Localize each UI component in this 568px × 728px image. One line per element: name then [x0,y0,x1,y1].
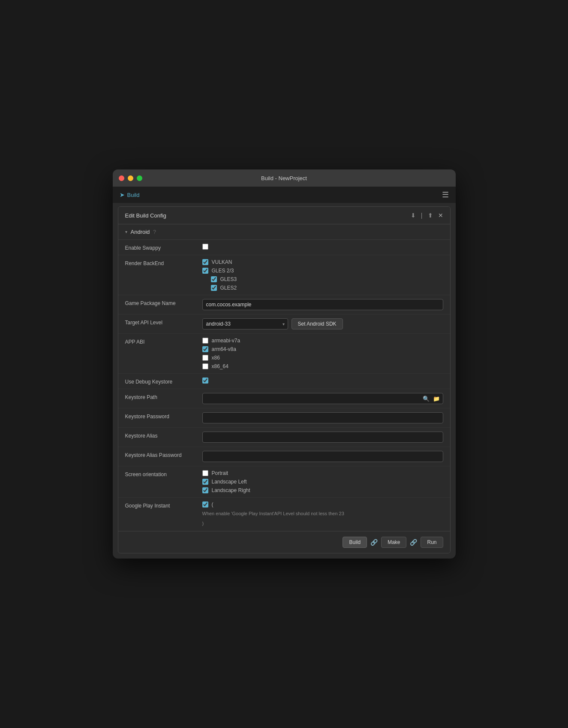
x86-64-checkbox[interactable] [202,363,208,369]
target-api-level-label: Target API Level [125,318,202,326]
export-icon[interactable]: ⬆ [428,212,433,219]
nav-build-label: Build [127,192,140,198]
x86-64-label: x86_64 [212,363,228,369]
traffic-lights [119,175,142,181]
gles23-label: GLES 2/3 [212,268,234,274]
x86-64-row: x86_64 [202,363,443,369]
build-button[interactable]: Build [343,537,367,548]
screen-orientation-label: Screen orientation [125,470,202,477]
game-package-name-input[interactable] [202,299,443,310]
target-api-level-control: android-33 android-32 android-31 android… [202,318,443,329]
keystore-password-row: Keystore Password [118,408,450,428]
keystore-alias-password-control [202,451,443,462]
keystore-path-wrapper: 🔍 📁 [202,393,443,404]
nav-menu-icon[interactable]: ☰ [442,190,449,199]
gles2-row: GLES2 [202,285,443,291]
google-play-instant-info-line2: ) [202,520,443,527]
android-chevron-icon[interactable]: ▾ [125,230,127,234]
landscape-right-label: Landscape Right [212,487,250,493]
game-package-name-row: Game Package Name [118,295,450,314]
use-debug-keystore-control [202,378,443,384]
arm64-v8a-row: arm64-v8a [202,346,443,352]
keystore-alias-control [202,432,443,443]
keystore-path-icons: 🔍 📁 [423,396,440,402]
make-button[interactable]: Make [381,537,406,548]
build-nav-icon: ➤ [120,191,125,198]
android-help-icon[interactable]: ? [153,229,156,235]
armeabi-v7a-label: armeabi-v7a [212,338,240,344]
nav-build-item[interactable]: ➤ Build [120,191,140,198]
armeabi-v7a-checkbox[interactable] [202,338,208,344]
keystore-alias-row: Keystore Alias [118,428,450,447]
use-debug-keystore-checkbox[interactable] [202,378,208,384]
title-bar: Build - NewProject [113,169,456,187]
gles23-row: GLES 2/3 [202,268,443,274]
x86-row: x86 [202,355,443,361]
app-abi-control: armeabi-v7a arm64-v8a x86 x86_64 [202,338,443,369]
render-backend-control: VULKAN GLES 2/3 GLES3 GLES2 [202,259,443,291]
x86-checkbox[interactable] [202,355,208,361]
main-window: Build - NewProject ➤ Build ☰ Edit Build … [113,169,456,559]
arm64-v8a-label: arm64-v8a [212,346,236,352]
keystore-search-icon[interactable]: 🔍 [423,396,430,402]
import-icon[interactable]: ⬇ [411,212,416,219]
x86-label: x86 [212,355,220,361]
landscape-right-row: Landscape Right [202,487,443,493]
gles3-label: GLES3 [220,276,237,282]
vulkan-checkbox[interactable] [202,259,208,265]
use-debug-keystore-label: Use Debug Keystore [125,378,202,385]
keystore-alias-password-input[interactable] [202,451,443,462]
screen-orientation-row: Screen orientation Portrait Landscape Le… [118,466,450,498]
edit-build-config-panel: Edit Build Config ⬇ | ⬆ ✕ ▾ Android ? En… [118,206,451,553]
arm64-v8a-checkbox[interactable] [202,346,208,352]
close-panel-button[interactable]: ✕ [438,212,443,219]
panel-title: Edit Build Config [125,212,166,219]
armeabi-v7a-row: armeabi-v7a [202,338,443,344]
portrait-row: Portrait [202,470,443,476]
portrait-label: Portrait [212,470,228,476]
portrait-checkbox[interactable] [202,470,208,476]
close-button[interactable] [119,175,124,181]
enable-swappy-label: Enable Swappy [125,244,202,251]
google-play-instant-info-line1: When enable 'Google Play Instant'API Lev… [202,510,443,517]
set-android-sdk-button[interactable]: Set Android SDK [292,318,343,329]
panel-content: ▾ Android ? Enable Swappy Render BackEnd… [118,224,450,531]
landscape-left-checkbox[interactable] [202,479,208,485]
game-package-name-control [202,299,443,310]
target-api-level-select[interactable]: android-33 android-32 android-31 android… [202,318,288,329]
enable-swappy-control [202,244,443,250]
google-play-instant-checkbox[interactable] [202,501,208,507]
gles2-checkbox[interactable] [211,285,217,291]
gles2-label: GLES2 [220,285,237,291]
keystore-folder-icon[interactable]: 📁 [433,396,440,402]
nav-bar: ➤ Build ☰ [113,187,456,203]
maximize-button[interactable] [137,175,142,181]
make-link-icon[interactable]: 🔗 [410,539,417,546]
landscape-right-checkbox[interactable] [202,487,208,493]
gles3-row: GLES3 [202,276,443,282]
keystore-path-row: Keystore Path 🔍 📁 [118,389,450,408]
keystore-path-input[interactable] [202,393,443,404]
keystore-password-control [202,412,443,423]
google-play-instant-label: Google Play Instant [125,501,202,509]
keystore-alias-input[interactable] [202,432,443,443]
use-debug-keystore-row: Use Debug Keystore [118,374,450,389]
minimize-button[interactable] [128,175,133,181]
android-section-header: ▾ Android ? [118,224,450,240]
build-link-icon[interactable]: 🔗 [370,539,378,546]
landscape-left-label: Landscape Left [212,479,247,485]
enable-swappy-checkbox[interactable] [202,244,208,250]
google-play-instant-row: Google Play Instant ( When enable 'Googl… [118,498,450,531]
keystore-path-control: 🔍 📁 [202,393,443,404]
screen-orientation-control: Portrait Landscape Left Landscape Right [202,470,443,493]
gles3-checkbox[interactable] [211,276,217,282]
run-button[interactable]: Run [421,537,443,548]
keystore-alias-password-label: Keystore Alias Password [125,451,202,458]
keystore-password-input[interactable] [202,412,443,423]
google-play-instant-checkbox-row: ( [202,501,443,507]
render-backend-label: Render BackEnd [125,259,202,266]
app-abi-row: APP ABI armeabi-v7a arm64-v8a x86 [118,334,450,374]
keystore-alias-password-row: Keystore Alias Password [118,447,450,466]
app-abi-label: APP ABI [125,338,202,345]
gles23-checkbox[interactable] [202,268,208,274]
